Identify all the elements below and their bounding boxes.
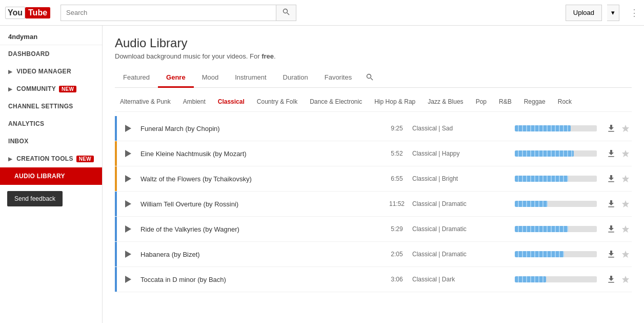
sidebar-item-channel-settings[interactable]: CHANNEL SETTINGS (0, 98, 102, 115)
star-button[interactable] (619, 248, 632, 260)
more-options-icon[interactable]: ⋮ (630, 7, 639, 18)
svg-marker-13 (125, 200, 131, 207)
download-button[interactable] (605, 198, 617, 210)
tab-duration[interactable]: Duration (275, 68, 316, 88)
genre-rnb[interactable]: R&B (494, 96, 517, 107)
track-row: Waltz of the Flowers (by Tchaikovsky) 6:… (115, 166, 632, 192)
upload-button[interactable]: Upload (566, 5, 602, 21)
sidebar-item-creation-tools[interactable]: ▶ CREATION TOOLS NEW (0, 150, 102, 167)
genre-dance-electronic[interactable]: Dance & Electronic (305, 96, 367, 107)
download-icon (607, 200, 615, 208)
genre-ambient[interactable]: Ambient (178, 96, 211, 107)
track-accent (115, 267, 117, 292)
play-button[interactable] (121, 121, 135, 136)
search-input[interactable] (61, 5, 276, 21)
track-bar-fill (515, 201, 548, 207)
star-icon (621, 225, 630, 233)
download-icon (607, 225, 615, 233)
star-button[interactable] (619, 273, 632, 286)
genre-jazz[interactable]: Jazz & Blues (422, 96, 468, 107)
tabs: Featured Genre Mood Instrument Duration … (115, 68, 632, 88)
feedback-button[interactable]: Send feedback (7, 191, 63, 206)
search-icon (283, 8, 290, 15)
tab-genre[interactable]: Genre (158, 68, 194, 88)
genre-hip-hop[interactable]: Hip Hop & Rap (369, 96, 420, 107)
track-row: Eine Kleine Nachtmusik (by Mozart) 5:52 … (115, 141, 632, 166)
play-button[interactable] (121, 172, 135, 186)
arrow-icon: ▶ (8, 86, 12, 92)
genre-reggae[interactable]: Reggae (519, 96, 551, 107)
play-button[interactable] (121, 247, 135, 261)
track-duration-bar (515, 251, 597, 257)
tab-favorites[interactable]: Favorites (316, 68, 360, 88)
sidebar-item-audio-library[interactable]: Audio Library (0, 167, 102, 185)
star-button[interactable] (619, 147, 632, 160)
sidebar-item-community[interactable]: ▶ COMMUNITY NEW (0, 80, 102, 98)
play-icon (125, 251, 131, 258)
genre-pop[interactable]: Pop (471, 96, 492, 107)
download-button[interactable] (605, 122, 617, 135)
svg-line-3 (371, 78, 373, 80)
track-duration-bar (515, 150, 597, 157)
play-button[interactable] (121, 272, 135, 287)
track-bar-fill (515, 226, 568, 232)
svg-point-0 (284, 9, 288, 13)
play-button[interactable] (121, 197, 135, 211)
search-icon (366, 73, 373, 81)
body: 4ndyman DASHBOARD ▶ VIDEO MANAGER ▶ COMM… (0, 26, 644, 323)
track-title: Funeral March (by Chopin) (140, 125, 381, 132)
sidebar-item-video-manager[interactable]: ▶ VIDEO MANAGER (0, 63, 102, 80)
sidebar-item-inbox[interactable]: INBOX (0, 132, 102, 150)
download-button[interactable] (605, 223, 617, 235)
star-icon (621, 124, 630, 132)
main-content: Audio Library Download background music … (103, 26, 644, 323)
star-button[interactable] (619, 122, 632, 135)
track-duration: 9:25 (381, 125, 412, 132)
download-button[interactable] (605, 173, 617, 185)
tab-featured[interactable]: Featured (115, 68, 158, 88)
play-button[interactable] (121, 222, 135, 236)
svg-rect-11 (608, 181, 614, 182)
download-icon (607, 149, 615, 158)
track-mood: Classical | Bright (412, 175, 515, 182)
star-button[interactable] (619, 198, 632, 210)
genre-rock[interactable]: Rock (553, 96, 577, 107)
search-bar (61, 5, 296, 21)
svg-rect-23 (608, 282, 614, 283)
star-button[interactable] (619, 173, 632, 185)
track-mood: Classical | Dramatic (412, 225, 515, 233)
search-button[interactable] (276, 5, 296, 21)
svg-marker-16 (125, 225, 131, 233)
play-button[interactable] (121, 146, 135, 161)
download-button[interactable] (605, 248, 617, 260)
star-icon (621, 175, 630, 183)
tab-instrument[interactable]: Instrument (227, 68, 274, 88)
genre-filter-bar: Alternative & Punk Ambient Classical Cou… (115, 96, 632, 112)
genre-classical[interactable]: Classical (213, 96, 250, 107)
track-duration-bar (515, 201, 597, 207)
tab-search-icon[interactable] (360, 68, 379, 87)
sidebar-item-analytics[interactable]: ANALYTICS (0, 115, 102, 132)
logo-you: You (5, 7, 25, 19)
svg-marker-22 (125, 276, 131, 283)
creation-tools-badge: NEW (76, 156, 94, 162)
track-bar-fill (515, 125, 571, 131)
subtitle-post: . (274, 52, 276, 60)
genre-alternative[interactable]: Alternative & Punk (115, 96, 176, 107)
play-icon (125, 225, 131, 233)
track-duration: 3:06 (381, 276, 412, 283)
genre-country-folk[interactable]: Country & Folk (252, 96, 303, 107)
play-icon (125, 175, 131, 182)
upload-dropdown-button[interactable]: ▾ (607, 5, 619, 21)
sidebar-label-inbox: INBOX (8, 138, 29, 145)
download-button[interactable] (605, 273, 617, 286)
play-icon (125, 150, 131, 157)
tab-mood[interactable]: Mood (194, 68, 227, 88)
download-button[interactable] (605, 147, 617, 160)
sidebar-item-dashboard[interactable]: DASHBOARD (0, 45, 102, 63)
track-title: Habanera (by Bizet) (140, 251, 381, 258)
star-button[interactable] (619, 223, 632, 235)
track-mood: Classical | Sad (412, 125, 515, 132)
track-duration: 11:52 (381, 200, 412, 207)
svg-marker-18 (622, 225, 629, 233)
